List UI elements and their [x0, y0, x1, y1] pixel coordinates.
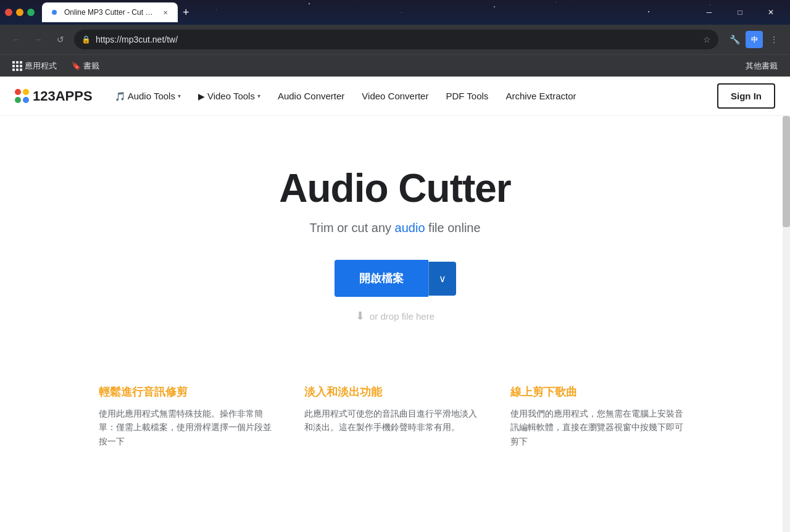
extension-area: 🔧 中 ⋮: [726, 31, 783, 48]
other-bookmarks[interactable]: 其他書籤: [741, 58, 783, 74]
pdf-tools-label: PDF Tools: [446, 91, 488, 101]
audio-tools-chevron: ▾: [178, 93, 181, 99]
lock-icon: 🔒: [81, 35, 91, 44]
apps-label: 應用程式: [25, 60, 57, 72]
audio-tools-icon: 🎵: [115, 91, 125, 101]
video-tools-chevron: ▾: [257, 93, 260, 99]
drop-label: or drop file here: [370, 311, 434, 322]
window-controls: ─ □ ✕: [695, 0, 785, 25]
back-button[interactable]: ←: [7, 31, 25, 48]
maximize-traffic-light[interactable]: [27, 9, 35, 16]
close-traffic-light[interactable]: [5, 9, 12, 16]
bookmark-icon[interactable]: ☆: [703, 35, 711, 44]
back-icon: ←: [12, 35, 20, 44]
open-file-container: 開啟檔案 ∨: [335, 260, 456, 297]
address-bar: ← → ↺ 🔒 https://mp3cut.net/tw/ ☆ 🔧 中 ⋮: [0, 25, 790, 54]
hero-title: Audio Cutter: [279, 165, 511, 211]
url-box[interactable]: 🔒 https://mp3cut.net/tw/ ☆: [74, 30, 718, 49]
video-converter-label: Video Converter: [362, 91, 428, 101]
bookmarks-text: 書籤: [83, 60, 99, 72]
title-bar: Online MP3 Cutter - Cut Songs... ✕ + ─ □…: [0, 0, 790, 25]
refresh-icon: ↺: [57, 35, 64, 44]
feature-title-0: 輕鬆進行音訊修剪: [99, 384, 280, 399]
video-tools-icon: ▶: [198, 91, 205, 101]
apps-button[interactable]: 應用程式: [7, 58, 62, 74]
hero-subtitle: Trim or cut any audio file online: [309, 221, 480, 235]
open-file-button[interactable]: 開啟檔案: [335, 260, 428, 297]
bookmark-folder-icon: 🔖: [72, 62, 81, 70]
archive-extractor-label: Archive Extractor: [505, 91, 576, 101]
site-nav: 123APPS 🎵 Audio Tools ▾ ▶ Video Tools ▾ …: [0, 77, 790, 116]
nav-item-audio-tools[interactable]: 🎵 Audio Tools ▾: [107, 86, 188, 106]
minimize-button[interactable]: ─: [695, 0, 723, 25]
maximize-button[interactable]: □: [726, 0, 754, 25]
new-tab-button[interactable]: +: [180, 4, 192, 22]
logo[interactable]: 123APPS: [15, 88, 93, 104]
close-button[interactable]: ✕: [757, 0, 785, 25]
refresh-button[interactable]: ↺: [52, 31, 69, 48]
feature-item-2: 線上剪下歌曲 使用我們的應用程式，您無需在電腦上安裝音訊編輯軟體，直接在瀏覽器視…: [510, 384, 691, 448]
forward-button[interactable]: →: [30, 31, 47, 48]
video-tools-label: Video Tools: [207, 91, 255, 101]
drop-area: ⬇ or drop file here: [356, 309, 434, 323]
feature-title-2: 線上剪下歌曲: [510, 384, 691, 399]
features-section: 輕鬆進行音訊修剪 使用此應用程式無需特殊技能。操作非常簡單：僅需上載檔案，使用滑…: [0, 360, 790, 473]
url-text: https://mp3cut.net/tw/: [96, 35, 698, 44]
bookmarks-bar: 應用程式 🔖 書籤 其他書籤: [0, 54, 790, 77]
logo-dots: [15, 89, 29, 103]
dropdown-chevron-icon: ∨: [439, 273, 446, 284]
logo-dot-green: [15, 97, 21, 103]
main-content: Audio Cutter Trim or cut any audio file …: [0, 116, 790, 532]
hero-section: Audio Cutter Trim or cut any audio file …: [0, 116, 790, 360]
tab-title: Online MP3 Cutter - Cut Songs...: [64, 8, 156, 17]
apps-grid-icon: [12, 61, 22, 71]
nav-item-video-converter[interactable]: Video Converter: [354, 86, 436, 106]
account-button[interactable]: 中: [746, 31, 763, 48]
forward-icon: →: [34, 35, 43, 44]
extensions-button[interactable]: 🔧: [726, 31, 743, 48]
bookmarks-label[interactable]: 🔖 書籤: [67, 58, 104, 74]
menu-button[interactable]: ⋮: [765, 31, 783, 48]
tab-close-button[interactable]: ✕: [160, 7, 170, 17]
audio-converter-label: Audio Converter: [278, 91, 344, 101]
traffic-lights: [5, 9, 35, 16]
minimize-traffic-light[interactable]: [16, 9, 23, 16]
feature-item-0: 輕鬆進行音訊修剪 使用此應用程式無需特殊技能。操作非常簡單：僅需上載檔案，使用滑…: [99, 384, 280, 448]
nav-item-pdf-tools[interactable]: PDF Tools: [438, 86, 496, 106]
feature-text-0: 使用此應用程式無需特殊技能。操作非常簡單：僅需上載檔案，使用滑桿選擇一個片段並按…: [99, 407, 280, 448]
sign-in-button[interactable]: Sign In: [717, 83, 775, 109]
nav-item-archive-extractor[interactable]: Archive Extractor: [498, 86, 583, 106]
logo-text: 123APPS: [33, 88, 93, 104]
feature-title-1: 淡入和淡出功能: [304, 384, 485, 399]
feature-item-1: 淡入和淡出功能 此應用程式可使您的音訊曲目進行平滑地淡入和淡出。這在製作手機鈴聲…: [304, 384, 485, 448]
feature-text-2: 使用我們的應用程式，您無需在電腦上安裝音訊編輯軟體，直接在瀏覽器視窗中按幾下即可…: [510, 407, 691, 448]
tab-bar: Online MP3 Cutter - Cut Songs... ✕ +: [42, 2, 690, 22]
logo-dot-blue: [23, 97, 29, 103]
nav-item-video-tools[interactable]: ▶ Video Tools ▾: [191, 86, 268, 106]
feature-text-1: 此應用程式可使您的音訊曲目進行平滑地淡入和淡出。這在製作手機鈴聲時非常有用。: [304, 407, 485, 434]
other-bookmarks-label: 其他書籤: [746, 60, 778, 72]
tab-favicon: [49, 7, 59, 17]
website: 123APPS 🎵 Audio Tools ▾ ▶ Video Tools ▾ …: [0, 77, 790, 532]
nav-item-audio-converter[interactable]: Audio Converter: [270, 86, 352, 106]
logo-dot-red: [15, 89, 21, 95]
active-tab[interactable]: Online MP3 Cutter - Cut Songs... ✕: [42, 2, 178, 22]
open-file-dropdown-button[interactable]: ∨: [428, 262, 456, 296]
logo-dot-yellow: [23, 89, 29, 95]
audio-tools-label: Audio Tools: [128, 91, 175, 101]
nav-items: 🎵 Audio Tools ▾ ▶ Video Tools ▾ Audio Co…: [107, 86, 702, 106]
scrollbar-thumb[interactable]: [783, 116, 790, 227]
scrollbar[interactable]: [783, 116, 790, 532]
drop-icon: ⬇: [356, 309, 365, 323]
